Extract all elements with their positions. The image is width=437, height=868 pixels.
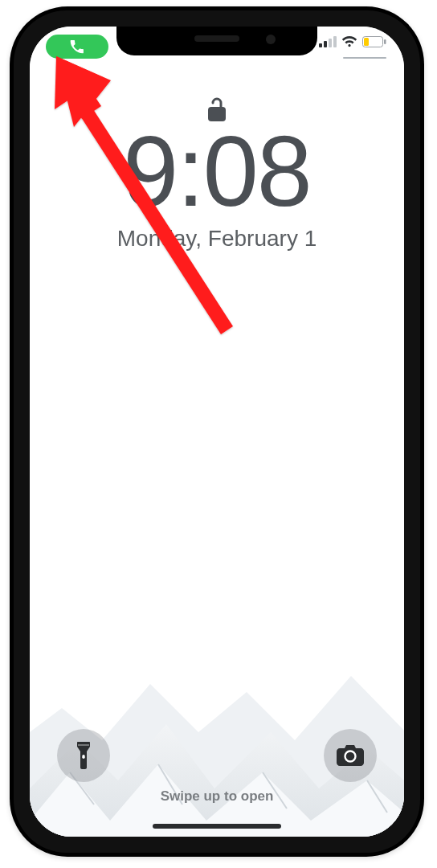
front-camera-dot	[266, 35, 276, 44]
active-call-pill[interactable]	[46, 35, 108, 59]
flashlight-icon	[73, 742, 94, 769]
svg-rect-3	[333, 36, 337, 47]
flashlight-button[interactable]	[57, 729, 110, 782]
svg-rect-1	[324, 41, 327, 47]
phone-frame: 9:08 Monday, February 1 Swipe up to	[10, 6, 424, 857]
camera-button[interactable]	[324, 729, 377, 782]
status-icons	[319, 36, 386, 47]
cellular-signal-icon	[319, 36, 337, 47]
clock-date: Monday, February 1	[30, 226, 404, 252]
camera-icon	[337, 745, 364, 766]
svg-rect-8	[82, 755, 84, 759]
svg-rect-9	[78, 744, 89, 746]
svg-rect-0	[319, 43, 322, 47]
status-underline	[343, 57, 386, 59]
earpiece	[194, 35, 239, 42]
svg-rect-6	[364, 38, 369, 46]
notch	[116, 27, 317, 55]
home-indicator[interactable]	[153, 824, 281, 829]
screen[interactable]: 9:08 Monday, February 1 Swipe up to	[30, 27, 404, 837]
swipe-up-hint: Swipe up to open	[30, 788, 404, 805]
svg-rect-5	[384, 39, 386, 44]
clock-time: 9:08	[30, 121, 404, 221]
svg-rect-2	[329, 39, 332, 47]
phone-icon	[69, 39, 85, 55]
wifi-icon	[341, 36, 357, 47]
phone-bezel: 9:08 Monday, February 1 Swipe up to	[14, 10, 420, 853]
battery-icon	[362, 36, 386, 47]
